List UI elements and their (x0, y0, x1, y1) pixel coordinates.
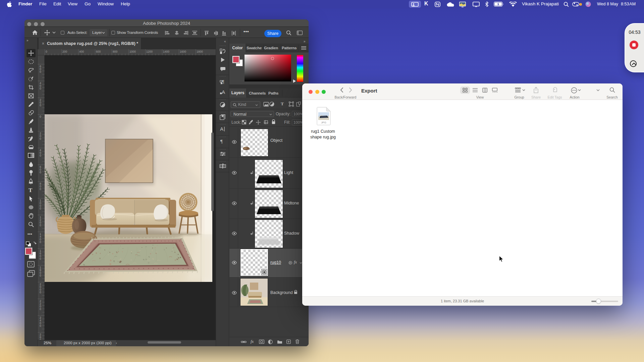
svg-text:A: A (222, 89, 225, 95)
svg-text:JPG: JPG (321, 121, 326, 124)
svg-text:A: A (220, 126, 223, 132)
svg-text:¶: ¶ (222, 79, 224, 84)
svg-text:¶: ¶ (220, 139, 223, 144)
